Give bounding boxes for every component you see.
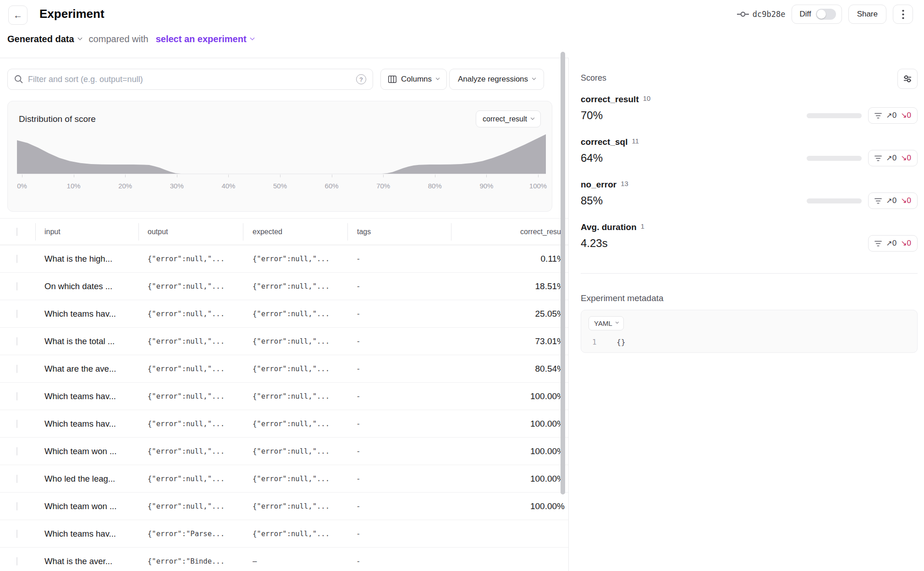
comparison-bar: Generated data compared with select an e… [7, 34, 254, 44]
table-row[interactable]: Which team won ...{"error":null,"...{"er… [0, 438, 568, 465]
cell-expected[interactable]: {"error":null,"... [253, 502, 344, 511]
table-row[interactable]: Which teams hav...{"error":"Parse...{"er… [0, 520, 568, 548]
row-checkbox[interactable] [16, 502, 17, 511]
cell-output[interactable]: {"error":null,"... [148, 502, 239, 511]
axis-tick [228, 175, 229, 177]
row-checkbox[interactable] [16, 365, 17, 373]
cell-input[interactable]: Which teams hav... [44, 419, 135, 429]
score-diff-pill[interactable]: ↗0↘0 [868, 235, 918, 252]
cell-output[interactable]: {"error":null,"... [148, 365, 239, 373]
cell-input[interactable]: Who led the leag... [44, 474, 135, 484]
cell-output[interactable]: {"error":"Binde... [148, 557, 239, 566]
row-checkbox[interactable] [16, 530, 17, 538]
table-row[interactable]: What is the high...{"error":null,"...{"e… [0, 245, 568, 273]
row-checkbox[interactable] [16, 337, 17, 346]
cell-input[interactable]: Which teams hav... [44, 391, 135, 401]
regressions-count[interactable]: ↘0 [901, 196, 911, 205]
regressions-count[interactable]: ↘0 [901, 239, 911, 248]
row-checkbox[interactable] [16, 392, 17, 401]
row-checkbox[interactable] [16, 475, 17, 483]
row-checkbox[interactable] [16, 557, 17, 566]
cell-expected[interactable]: {"error":null,"... [253, 255, 344, 263]
cell-output[interactable]: {"error":null,"... [148, 420, 239, 428]
cell-output[interactable]: {"error":"Parse... [148, 530, 239, 538]
cell-expected[interactable]: {"error":null,"... [253, 282, 344, 291]
row-checkbox[interactable] [16, 420, 17, 428]
column-header-tags[interactable]: tags [357, 228, 440, 236]
analyze-regressions-button[interactable]: Analyze regressions [449, 69, 544, 90]
vertical-scrollbar[interactable] [561, 52, 565, 494]
row-checkbox[interactable] [16, 255, 17, 263]
cell-input[interactable]: On which dates ... [44, 281, 135, 291]
score-settings-button[interactable] [897, 69, 918, 89]
dataset-select[interactable]: Generated data [7, 34, 82, 44]
cell-input[interactable]: What is the high... [44, 254, 135, 264]
cell-input[interactable]: What is the aver... [44, 556, 135, 566]
cell-input[interactable]: Which teams hav... [44, 309, 135, 319]
metadata-code-line[interactable]: 1 {} [592, 338, 626, 346]
improvements-count[interactable]: ↗0 [886, 239, 896, 248]
cell-expected[interactable]: {"error":null,"... [253, 310, 344, 318]
table-row[interactable]: On which dates ...{"error":null,"...{"er… [0, 273, 568, 300]
table-row[interactable]: Which teams hav...{"error":null,"...{"er… [0, 383, 568, 410]
row-checkbox[interactable] [16, 282, 17, 291]
cell-input[interactable]: Which teams hav... [44, 529, 135, 539]
improvements-count[interactable]: ↗0 [886, 154, 896, 163]
select-all-checkbox[interactable] [16, 228, 17, 236]
table-row[interactable]: Which teams hav...{"error":null,"...{"er… [0, 300, 568, 328]
table-row[interactable]: What is the total ...{"error":null,"...{… [0, 328, 568, 355]
diff-toggle-button[interactable]: Diff [792, 5, 842, 24]
table-row[interactable]: Which teams hav...{"error":null,"...{"er… [0, 410, 568, 438]
score-diff-pill[interactable]: ↗0↘0 [868, 192, 918, 209]
axis-tick-label: 30% [170, 182, 184, 190]
score-selector-dropdown[interactable]: correct_result [476, 110, 541, 127]
improvements-count[interactable]: ↗0 [886, 111, 896, 120]
metadata-format-select[interactable]: YAML [588, 316, 624, 330]
cell-output[interactable]: {"error":null,"... [148, 475, 239, 483]
score-diff-pill[interactable]: ↗0↘0 [868, 107, 918, 124]
cell-output[interactable]: {"error":null,"... [148, 447, 239, 456]
row-checkbox[interactable] [16, 310, 17, 318]
regressions-count[interactable]: ↘0 [901, 154, 911, 163]
cell-expected[interactable]: {"error":null,"... [253, 530, 344, 538]
cell-input[interactable]: Which team won ... [44, 446, 135, 456]
table-row[interactable]: What are the ave...{"error":null,"...{"e… [0, 355, 568, 383]
score-diff-pill[interactable]: ↗0↘0 [868, 150, 918, 166]
more-options-button[interactable] [893, 5, 913, 24]
back-button[interactable]: ← [8, 5, 28, 25]
column-header-score[interactable]: correct_result [451, 228, 565, 236]
cell-expected[interactable]: {"error":null,"... [253, 420, 344, 428]
cell-output[interactable]: {"error":null,"... [148, 392, 239, 401]
cell-input[interactable]: What is the total ... [44, 336, 135, 346]
table-row[interactable]: Which team won ...{"error":null,"...{"er… [0, 493, 568, 520]
column-header-input[interactable]: input [44, 228, 135, 236]
cell-expected[interactable]: – [253, 557, 344, 566]
diff-toggle-switch[interactable] [816, 9, 836, 20]
cell-output[interactable]: {"error":null,"... [148, 282, 239, 291]
table-row[interactable]: What is the aver...{"error":"Binde...–- [0, 548, 568, 571]
cell-expected[interactable]: {"error":null,"... [253, 365, 344, 373]
cell-expected[interactable]: {"error":null,"... [253, 475, 344, 483]
regressions-count[interactable]: ↘0 [901, 111, 911, 120]
row-checkbox[interactable] [16, 447, 17, 456]
score-value: 85% [581, 194, 603, 207]
header-actions: dc9b28e Diff Share [737, 5, 913, 24]
help-icon[interactable]: ? [356, 74, 366, 84]
cell-expected[interactable]: {"error":null,"... [253, 447, 344, 456]
filter-input[interactable] [28, 75, 352, 84]
column-header-output[interactable]: output [148, 228, 239, 236]
improvements-count[interactable]: ↗0 [886, 196, 896, 205]
commit-ref[interactable]: dc9b28e [737, 10, 786, 19]
columns-button[interactable]: Columns [380, 69, 447, 90]
share-button[interactable]: Share [848, 5, 886, 24]
cell-output[interactable]: {"error":null,"... [148, 310, 239, 318]
cell-output[interactable]: {"error":null,"... [148, 337, 239, 346]
cell-input[interactable]: Which team won ... [44, 501, 135, 511]
table-row[interactable]: Who led the leag...{"error":null,"...{"e… [0, 465, 568, 493]
column-header-expected[interactable]: expected [253, 228, 344, 236]
experiment-select[interactable]: select an experiment [156, 34, 254, 44]
cell-expected[interactable]: {"error":null,"... [253, 337, 344, 346]
cell-input[interactable]: What are the ave... [44, 364, 135, 374]
cell-expected[interactable]: {"error":null,"... [253, 392, 344, 401]
cell-output[interactable]: {"error":null,"... [148, 255, 239, 263]
